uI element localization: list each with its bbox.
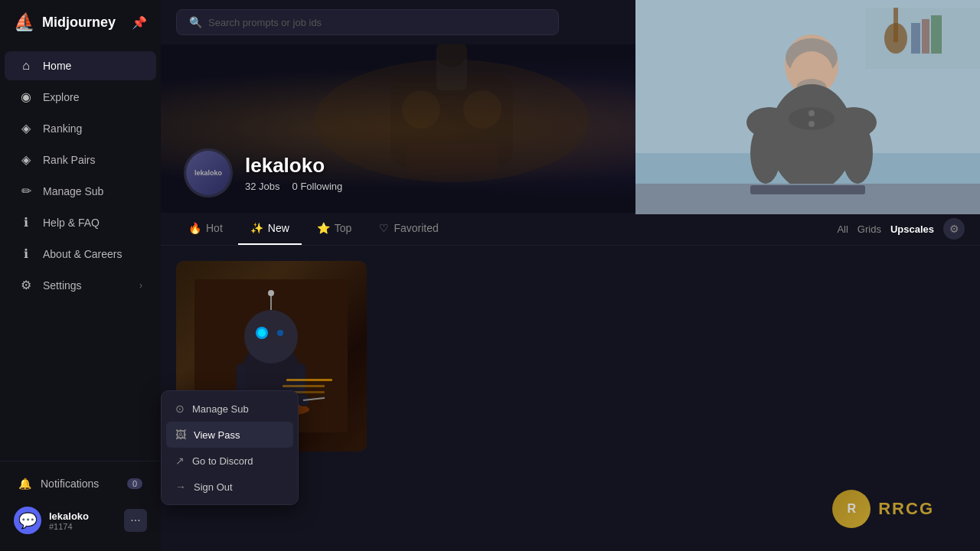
user-info: lekaloko #1174 — [49, 510, 89, 531]
tab-top[interactable]: ⭐ Top — [305, 213, 364, 245]
favorited-tab-icon: ♡ — [379, 222, 389, 234]
dropdown-go-to-discord[interactable]: ↗ Go to Discord — [166, 448, 293, 474]
svg-point-42 — [842, 122, 873, 184]
user-tag: #1174 — [49, 522, 89, 531]
svg-point-9 — [244, 310, 298, 364]
filter-circle-btn[interactable]: ⚙ — [943, 218, 965, 240]
svg-rect-29 — [922, 19, 929, 54]
svg-point-35 — [769, 84, 854, 191]
tab-hot[interactable]: 🔥 Hot — [176, 213, 235, 245]
sidebar-bottom: 🔔 Notifications 0 💬 lekaloko #1174 ··· — [0, 461, 161, 551]
help-label: Help & FAQ — [43, 217, 100, 229]
notifications-badge: 0 — [127, 478, 142, 489]
ranking-icon: ◈ — [18, 121, 34, 135]
sidebar-logo[interactable]: ⛵ Midjourney 📌 — [0, 0, 161, 44]
svg-point-4 — [402, 90, 440, 129]
new-tab-label: New — [268, 222, 289, 234]
explore-icon: ◉ — [18, 90, 34, 104]
tabs-area: 🔥 Hot ✨ New ⭐ Top ♡ Favorited All Grids … — [161, 213, 980, 246]
watermark-text: RRCG — [878, 499, 934, 519]
profile-avatar: lekaloko — [184, 148, 233, 197]
video-background — [635, 0, 980, 214]
svg-point-11 — [277, 330, 283, 336]
manage-sub-label: Manage Sub — [43, 185, 103, 197]
search-placeholder: Search prompts or job ids — [208, 17, 322, 28]
user-name: lekaloko — [49, 510, 89, 522]
sidebar-item-rank-pairs[interactable]: ◈ Rank Pairs — [5, 145, 156, 174]
svg-rect-27 — [893, 8, 898, 42]
avatar: 💬 — [14, 507, 41, 534]
view-pass-label: View Pass — [194, 429, 240, 441]
manage-sub-icon: ✏ — [18, 184, 34, 198]
favorited-tab-label: Favorited — [394, 222, 438, 234]
sidebar-item-ranking[interactable]: ◈ Ranking — [5, 113, 156, 143]
video-overlay — [635, 0, 980, 214]
notifications-label: Notifications — [41, 478, 99, 490]
avatar-text: lekaloko — [194, 169, 222, 177]
svg-rect-19 — [283, 385, 325, 387]
settings-label: Settings — [43, 279, 82, 292]
home-label: Home — [43, 60, 71, 72]
help-icon: ℹ — [18, 215, 34, 230]
search-bar[interactable]: 🔍 Search prompts or job ids — [176, 9, 559, 35]
sidebar: ⛵ Midjourney 📌 ⌂ Home ◉ Explore ◈ Rankin… — [0, 0, 161, 551]
video-content — [635, 0, 980, 214]
discord-icon: 💬 — [18, 511, 38, 530]
sidebar-item-home[interactable]: ⌂ Home — [5, 51, 156, 80]
profile-meta: 32 Jobs 0 Following — [245, 181, 342, 192]
discord-link-icon: ↗ — [175, 455, 185, 467]
profile-info: lekaloko lekaloko 32 Jobs 0 Following — [184, 148, 342, 197]
sidebar-item-explore[interactable]: ◉ Explore — [5, 82, 156, 112]
sidebar-item-manage-sub[interactable]: ✏ Manage Sub — [5, 176, 156, 206]
hot-tab-icon: 🔥 — [188, 222, 201, 234]
view-pass-icon: 🖼 — [175, 429, 186, 441]
profile-text: lekaloko 32 Jobs 0 Following — [245, 154, 342, 192]
user-dropdown-menu[interactable]: ⊙ Manage Sub 🖼 View Pass ↗ Go to Discord… — [161, 390, 299, 505]
settings-icon: ⚙ — [18, 278, 34, 292]
svg-point-41 — [750, 122, 781, 184]
svg-point-40 — [808, 121, 815, 127]
about-icon: ℹ — [18, 246, 34, 261]
dropdown-sign-out[interactable]: → Sign Out — [166, 474, 293, 500]
filter-grids[interactable]: Grids — [858, 223, 881, 235]
search-icon: 🔍 — [189, 16, 202, 28]
tab-favorited[interactable]: ♡ Favorited — [367, 213, 450, 245]
sidebar-item-help-faq[interactable]: ℹ Help & FAQ — [5, 207, 156, 237]
avatar-inner: lekaloko — [186, 151, 230, 195]
filter-upscales[interactable]: Upscales — [890, 223, 934, 235]
explore-label: Explore — [43, 91, 79, 103]
watermark-logo: R — [832, 490, 871, 528]
svg-point-39 — [808, 110, 815, 116]
sidebar-item-settings[interactable]: ⚙ Settings › — [5, 270, 156, 300]
notifications-item[interactable]: 🔔 Notifications 0 — [5, 470, 156, 497]
user-row[interactable]: 💬 lekaloko #1174 ··· — [5, 499, 156, 542]
bell-icon: 🔔 — [18, 478, 31, 490]
home-icon: ⌂ — [18, 59, 34, 73]
watermark: R RRCG — [832, 490, 934, 528]
svg-rect-6 — [406, 144, 498, 174]
app-name: Midjourney — [42, 15, 116, 31]
about-label: About & Careers — [43, 248, 122, 260]
tab-new[interactable]: ✨ New — [238, 213, 302, 245]
dropdown-manage-sub[interactable]: ⊙ Manage Sub — [166, 396, 293, 422]
svg-rect-28 — [911, 23, 920, 54]
pin-icon: 📌 — [132, 15, 147, 30]
new-tab-icon: ✨ — [250, 222, 263, 234]
svg-point-12 — [258, 329, 266, 337]
sidebar-item-about-careers[interactable]: ℹ About & Careers — [5, 239, 156, 269]
svg-rect-30 — [931, 15, 942, 54]
top-tab-label: Top — [335, 222, 352, 234]
svg-rect-18 — [286, 379, 332, 381]
manage-sub-dropdown-icon: ⊙ — [175, 403, 185, 415]
sign-out-icon: → — [175, 481, 186, 493]
rank-pairs-icon: ◈ — [18, 152, 34, 167]
jobs-count: 32 Jobs — [245, 181, 280, 192]
chevron-right-icon: › — [139, 280, 142, 291]
filter-all[interactable]: All — [837, 223, 848, 235]
dropdown-view-pass[interactable]: 🖼 View Pass — [166, 422, 293, 448]
svg-point-14 — [268, 290, 274, 296]
more-button[interactable]: ··· — [124, 509, 147, 532]
sign-out-label: Sign Out — [194, 481, 233, 493]
top-tab-icon: ⭐ — [317, 222, 330, 234]
filter-bar: All Grids Upscales ⚙ — [837, 218, 965, 240]
